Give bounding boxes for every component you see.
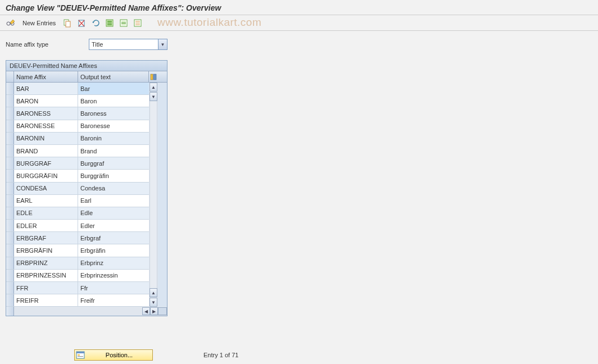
row-selector[interactable] (6, 220, 14, 231)
row-selector[interactable] (6, 145, 14, 157)
cell-output[interactable]: Erbprinzessin (78, 270, 149, 281)
chevron-down-icon: ▼ (158, 39, 167, 49)
cell-affix[interactable]: BURGGRÄFIN (14, 170, 78, 181)
vertical-scrollbar[interactable]: ▲ ▼ ▲ ▼ (149, 83, 158, 307)
delete-button[interactable] (75, 17, 88, 29)
row-selector[interactable] (6, 195, 14, 207)
row-selector[interactable] (6, 83, 14, 94)
row-selector[interactable] (6, 107, 14, 119)
table-row[interactable]: EARLEarl (6, 195, 149, 207)
row-selector[interactable] (6, 157, 14, 169)
table-row[interactable]: EDLEEdle (6, 207, 149, 220)
cell-affix[interactable]: EDLE (14, 207, 78, 219)
copy-button[interactable] (61, 17, 74, 29)
scroll-up-step-button[interactable]: ▲ (150, 288, 157, 297)
deselect-all-icon (133, 19, 142, 28)
table-row[interactable]: FFRFfr (6, 282, 149, 294)
row-selector[interactable] (6, 294, 14, 306)
cell-output[interactable]: Erbprinz (78, 257, 149, 269)
toolbar: New Entries www.tutorialkart.com (0, 15, 598, 31)
table-row[interactable]: BARONINBaronin (6, 133, 149, 145)
table-row[interactable]: CONDESACondesa (6, 183, 149, 195)
cell-affix[interactable]: FREIFR (14, 294, 78, 306)
row-selector[interactable] (6, 282, 14, 294)
row-selector[interactable] (6, 170, 14, 181)
cell-output[interactable]: Baron (78, 95, 149, 107)
table-row[interactable]: ERBGRAFErbgraf (6, 232, 149, 244)
table-row[interactable]: EDLEREdler (6, 220, 149, 232)
table-row[interactable]: BURGGRAFBurggraf (6, 157, 149, 170)
cell-output[interactable]: Bar (78, 83, 149, 94)
cell-affix[interactable]: CONDESA (14, 183, 78, 194)
cell-affix[interactable]: EARL (14, 195, 78, 207)
horizontal-scrollbar[interactable]: ◀ ▶ (6, 307, 167, 316)
cell-affix[interactable]: BARONIN (14, 133, 78, 144)
column-affix-header[interactable]: Name Affix (14, 71, 78, 82)
scroll-up-button[interactable]: ▲ (150, 83, 157, 92)
cell-output[interactable]: Baronesse (78, 120, 149, 132)
cell-output[interactable]: Baronin (78, 133, 149, 144)
cell-output[interactable]: Ffr (78, 282, 149, 294)
table-row[interactable]: FREIFRFreifr (6, 294, 149, 307)
column-config-button[interactable] (149, 71, 158, 82)
affix-type-dropdown[interactable]: Title ▼ (89, 39, 167, 50)
cell-affix[interactable]: ERBGRÄFIN (14, 244, 78, 256)
position-button[interactable]: Position... (74, 349, 153, 361)
cell-affix[interactable]: BARON (14, 95, 78, 107)
deselect-all-button[interactable] (132, 17, 144, 29)
scroll-down-step-button[interactable]: ▼ (150, 92, 157, 101)
cell-affix[interactable]: EDLER (14, 220, 78, 231)
svg-rect-22 (78, 356, 83, 357)
row-selector[interactable] (6, 257, 14, 269)
table-row[interactable]: BARONESSEBaronesse (6, 120, 149, 133)
cell-affix[interactable]: BARONESSE (14, 120, 78, 132)
row-selector[interactable] (6, 270, 14, 281)
cell-output[interactable]: Edler (78, 220, 149, 231)
cell-output[interactable]: Baroness (78, 107, 149, 119)
cell-affix[interactable]: ERBGRAF (14, 232, 78, 244)
cell-output[interactable]: Condesa (78, 183, 149, 194)
table-row[interactable]: ERBPRINZESSINErbprinzessin (6, 270, 149, 282)
cell-affix[interactable]: BRAND (14, 145, 78, 157)
table-row[interactable]: BARBar (6, 83, 149, 95)
cell-output[interactable]: Earl (78, 195, 149, 207)
cell-affix[interactable]: FFR (14, 282, 78, 294)
column-select-header[interactable] (6, 71, 14, 82)
cell-output[interactable]: Erbgräfin (78, 244, 149, 256)
row-selector[interactable] (6, 207, 14, 219)
scroll-track[interactable] (150, 101, 157, 288)
select-all-button[interactable] (103, 17, 116, 29)
table-row[interactable]: BURGGRÄFINBurggräfin (6, 170, 149, 182)
table-row[interactable]: BARONESSBaroness (6, 107, 149, 120)
scroll-left-button[interactable]: ◀ (142, 307, 150, 315)
cell-output[interactable]: Brand (78, 145, 149, 157)
row-selector[interactable] (6, 232, 14, 244)
row-selector[interactable] (6, 183, 14, 194)
row-selector[interactable] (6, 95, 14, 107)
table-row[interactable]: BRANDBrand (6, 145, 149, 157)
new-entries-button[interactable]: New Entries (19, 17, 60, 29)
toggle-display-button[interactable] (4, 17, 17, 29)
cell-affix[interactable]: BURGGRAF (14, 157, 78, 169)
row-selector[interactable] (6, 133, 14, 144)
svg-rect-10 (121, 21, 126, 22)
scroll-down-button[interactable]: ▼ (150, 298, 157, 307)
cell-output[interactable]: Burggraf (78, 157, 149, 169)
select-block-button[interactable] (117, 17, 130, 29)
table-row[interactable]: ERBGRÄFINErbgräfin (6, 244, 149, 257)
table-row[interactable]: ERBPRINZErbprinz (6, 257, 149, 270)
cell-output[interactable]: Edle (78, 207, 149, 219)
cell-affix[interactable]: BAR (14, 83, 78, 94)
cell-affix[interactable]: ERBPRINZESSIN (14, 270, 78, 281)
cell-output[interactable]: Freifr (78, 294, 149, 306)
cell-affix[interactable]: ERBPRINZ (14, 257, 78, 269)
cell-affix[interactable]: BARONESS (14, 107, 78, 119)
scroll-right-button[interactable]: ▶ (150, 307, 158, 315)
table-row[interactable]: BARONBaron (6, 95, 149, 107)
undo-button[interactable] (89, 17, 102, 29)
row-selector[interactable] (6, 120, 14, 132)
column-output-header[interactable]: Output text (78, 71, 149, 82)
cell-output[interactable]: Burggräfin (78, 170, 149, 181)
cell-output[interactable]: Erbgraf (78, 232, 149, 244)
row-selector[interactable] (6, 244, 14, 256)
